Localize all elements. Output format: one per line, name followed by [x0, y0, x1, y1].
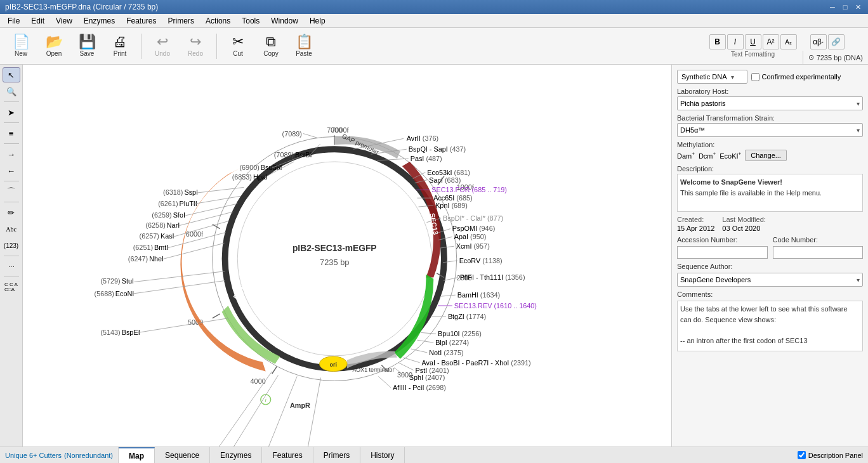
side-sep-4: [4, 181, 19, 181]
italic-button[interactable]: I: [727, 34, 744, 49]
side-sep-6: [4, 256, 19, 256]
menu-edit[interactable]: Edit: [26, 15, 49, 27]
bold-button[interactable]: B: [709, 34, 726, 49]
code-label: Code Number:: [773, 236, 864, 244]
tab-primers[interactable]: Primers: [313, 447, 360, 463]
toolbar-group-edit: ↩ Undo ↪ Redo: [147, 30, 211, 62]
side-sep-3: [4, 143, 19, 144]
superscript-button[interactable]: A²: [763, 34, 779, 49]
menu-view[interactable]: View: [51, 15, 77, 27]
link-button[interactable]: 🔗: [828, 34, 845, 49]
new-button[interactable]: 📄 New: [5, 30, 37, 62]
open-button[interactable]: 📂 Open: [38, 30, 70, 62]
menu-primers[interactable]: Primers: [163, 15, 199, 27]
desc-panel-checkbox[interactable]: [798, 451, 806, 459]
print-button[interactable]: 🖨 Print: [104, 30, 136, 62]
minimize-button[interactable]: ─: [827, 2, 838, 12]
codon-tool[interactable]: C C AC□A: [3, 280, 20, 295]
tab-map[interactable]: Map: [119, 447, 155, 463]
pos-stui: (5729): [100, 277, 120, 285]
desc-panel-checkbox-label[interactable]: Description Panel: [798, 451, 863, 459]
line-econi: [128, 280, 225, 294]
methylation-section: Methylation: Dam+ Dcm+ EcoKI+ Change...: [677, 141, 863, 161]
menu-window[interactable]: Window: [266, 15, 303, 27]
pos-label-4000: 4000: [251, 377, 266, 385]
save-button[interactable]: 💾 Save: [71, 30, 103, 62]
label-pflfi: PflFI - Tth111I (1356): [460, 273, 525, 281]
unique-cutters-section[interactable]: Unique 6+ Cutters (Nonredundant): [0, 447, 119, 463]
tab-history[interactable]: History: [360, 447, 405, 463]
desc-panel-label: Description Panel: [808, 452, 863, 459]
label-avrii: AvrII (376): [407, 134, 438, 142]
print-icon: 🖨: [113, 35, 127, 49]
menu-actions[interactable]: Actions: [201, 15, 235, 27]
label-noti: NotI (2375): [429, 349, 463, 356]
greek-symbols-button[interactable]: αβ·: [810, 34, 827, 49]
lab-host-value: Pichia pastoris: [680, 100, 726, 107]
synthetic-dna-dropdown[interactable]: Synthetic DNA: [677, 70, 747, 84]
code-input[interactable]: [773, 246, 864, 259]
paste-button[interactable]: 📋 Paste: [288, 30, 320, 62]
lab-host-dropdown[interactable]: Pichia pastoris: [677, 96, 863, 110]
arrow-left-tool[interactable]: ←: [3, 163, 20, 178]
accession-row: Accession Number: Code Number:: [677, 236, 863, 259]
change-methylation-button[interactable]: Change...: [745, 150, 787, 161]
line-nhei: [162, 243, 225, 259]
side-sep-7: [4, 277, 19, 277]
arrow-right-tool[interactable]: →: [3, 147, 20, 162]
line-fspi: [251, 376, 297, 447]
align-tool[interactable]: ≡: [3, 126, 20, 141]
maximize-button[interactable]: □: [840, 2, 850, 12]
methylation-values-row: Dam+ Dcm+ EcoKI+ Change...: [677, 150, 863, 161]
menu-file[interactable]: File: [3, 15, 25, 27]
dots-tool[interactable]: ⋯: [3, 259, 20, 274]
navigate-tool[interactable]: ➤: [3, 105, 20, 120]
confirmed-experimentally-label[interactable]: Confirmed experimentally: [751, 73, 841, 81]
redo-icon: ↪: [190, 35, 201, 49]
label-xcmi: XcmI (957): [456, 242, 490, 250]
menu-enzymes[interactable]: Enzymes: [79, 15, 120, 27]
pencil-tool[interactable]: ✏: [3, 205, 20, 220]
name-sspi: SspI: [184, 188, 198, 196]
pos-econi: (5688): [95, 290, 114, 297]
tick-4000: [272, 367, 277, 374]
title-bar-controls[interactable]: ─ □ ✕: [827, 2, 863, 12]
tab-enzymes[interactable]: Enzymes: [210, 447, 262, 463]
seq-author-section: Sequence Author: SnapGene Developers: [677, 263, 863, 287]
menu-features[interactable]: Features: [121, 15, 161, 27]
new-icon: 📄: [13, 35, 30, 49]
line-sspi: [195, 187, 244, 193]
toolbar-group-clipboard: ✂ Cut ⧉ Copy 📋 Paste: [222, 30, 320, 62]
line-afliii: [378, 376, 391, 388]
menu-help[interactable]: Help: [305, 15, 331, 27]
dcm-val: Dcm+: [699, 151, 716, 160]
copy-button[interactable]: ⧉ Copy: [255, 30, 287, 62]
accession-input[interactable]: [677, 246, 768, 259]
text-tool[interactable]: Abc: [3, 221, 20, 237]
plasmid-bp: 7235 bp: [320, 258, 349, 267]
curve-tool[interactable]: ⌒: [3, 184, 20, 199]
zoom-tool[interactable]: 🔍: [3, 84, 20, 99]
subscript-button[interactable]: A₂: [780, 34, 797, 49]
created-section: Created: 15 Apr 2012 Last Modified: 03 O…: [677, 216, 863, 232]
underline-button[interactable]: U: [745, 34, 761, 49]
cut-button[interactable]: ✂ Cut: [222, 30, 254, 62]
menu-bar: File Edit View Enzymes Features Primers …: [0, 14, 868, 28]
line-stui: [134, 271, 225, 282]
undo-button[interactable]: ↩ Undo: [147, 30, 178, 62]
tab-features[interactable]: Features: [262, 447, 313, 463]
pos-sfoi: (6259): [152, 211, 171, 219]
unique-sublabel: (Nonredundant): [64, 452, 113, 459]
select-tool[interactable]: ↖: [3, 67, 20, 82]
bacterial-transform-dropdown[interactable]: DH5α™: [677, 123, 863, 137]
redo-button[interactable]: ↪ Redo: [180, 30, 211, 62]
close-button[interactable]: ✕: [853, 2, 863, 12]
toolbar: 📄 New 📂 Open 💾 Save 🖨 Print ↩ Undo ↪ Red…: [0, 28, 868, 65]
seq-author-dropdown[interactable]: SnapGene Developers: [677, 273, 863, 287]
number-tool[interactable]: (123): [3, 238, 20, 253]
tab-sequence[interactable]: Sequence: [155, 447, 210, 463]
confirmed-experimentally-checkbox[interactable]: [751, 73, 760, 81]
line-nari: [180, 212, 233, 226]
menu-tools[interactable]: Tools: [237, 15, 265, 27]
label-sec13for: SEC13.FOR (685 .. 719): [431, 186, 507, 193]
